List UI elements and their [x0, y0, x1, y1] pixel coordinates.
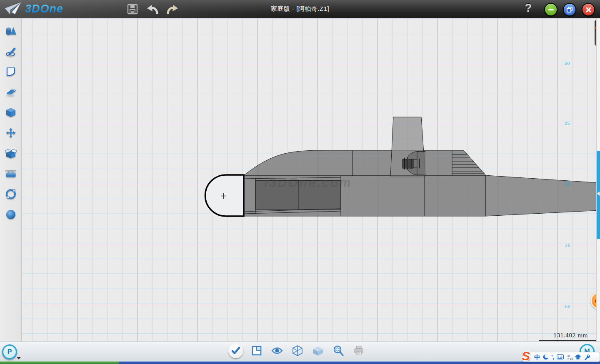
- restore-button[interactable]: [563, 3, 576, 16]
- sidebar-item-measure[interactable]: [4, 168, 18, 180]
- eraser-icon: [5, 87, 17, 97]
- model-view[interactable]: i3DOne.com: [22, 18, 596, 342]
- visibility-button[interactable]: [270, 344, 284, 358]
- sidebar-item-combine[interactable]: [4, 147, 18, 159]
- open-box-icon: [5, 148, 17, 159]
- model-tailboom[interactable]: [485, 175, 596, 216]
- tool-sidebar: [0, 18, 22, 342]
- grid-label-n50: -50: [563, 304, 570, 309]
- ime-user-badge: 14: [569, 357, 573, 360]
- grid-label-25: 25: [565, 121, 570, 126]
- print-button[interactable]: [352, 344, 366, 358]
- ime-settings-icon[interactable]: [584, 354, 590, 360]
- wireframe-cube-icon: [292, 345, 303, 357]
- check-icon: [231, 347, 240, 355]
- view-layout-button[interactable]: [250, 344, 264, 358]
- taskbar-green-segment: [0, 362, 119, 364]
- cube-icon: [5, 107, 16, 118]
- layout-icon: [251, 345, 262, 356]
- ime-keyboard-icon[interactable]: [557, 354, 564, 359]
- sidebar-item-render-sphere[interactable]: [4, 209, 18, 220]
- move-arrows-icon: [5, 127, 16, 138]
- sphere-icon: [5, 209, 16, 220]
- sketch-nose-profile[interactable]: [205, 175, 244, 216]
- sidebar-item-move[interactable]: [4, 127, 18, 139]
- bottom-toolbar: P: [0, 342, 600, 362]
- minimize-icon: [548, 9, 554, 10]
- toolbox-icon: [5, 169, 17, 179]
- confirm-button[interactable]: [228, 343, 243, 358]
- shaded-view-button[interactable]: [311, 344, 325, 358]
- minimize-button[interactable]: [544, 3, 558, 16]
- sidebar-item-sketch[interactable]: [4, 45, 18, 57]
- model-canopy[interactable]: [244, 150, 486, 176]
- surface-icon: [5, 66, 16, 77]
- close-icon: [586, 7, 591, 12]
- eye-icon: [271, 347, 283, 355]
- wireframe-view-button[interactable]: [290, 344, 305, 358]
- close-button[interactable]: [582, 3, 595, 16]
- scale-readout: 131.402 mm: [553, 332, 588, 339]
- model-exhaust: [402, 159, 413, 168]
- panel-expand-arrow-icon: [597, 192, 600, 196]
- ring-icon: [5, 189, 16, 199]
- p-label: P: [8, 348, 12, 356]
- help-button[interactable]: ?: [522, 2, 535, 17]
- grid-label-n25: -25: [563, 243, 570, 248]
- grid-label-50: 50: [565, 61, 570, 66]
- ime-toolbar: S 中 ’, 14: [522, 352, 600, 362]
- sogou-logo-icon[interactable]: S: [522, 349, 530, 363]
- property-p-button[interactable]: P: [2, 344, 17, 359]
- ime-chinese-mode[interactable]: 中: [534, 354, 540, 360]
- title-bar: 3DOne: [0, 0, 600, 19]
- zoom-button[interactable]: [331, 344, 345, 358]
- sidebar-item-basic-solids[interactable]: [4, 25, 18, 37]
- sidebar-item-eraser[interactable]: [4, 86, 18, 98]
- 3done-window: 3DOne: [0, 0, 600, 364]
- magnifier-icon: [332, 345, 344, 357]
- sketch-pencil-icon: [5, 46, 17, 57]
- sidebar-item-feature-cube[interactable]: [4, 107, 18, 118]
- ime-punctuation[interactable]: ’,: [551, 354, 554, 360]
- printer-icon: [353, 346, 364, 356]
- shaded-cube-icon: [312, 345, 324, 356]
- basic-solids-icon: [5, 25, 17, 36]
- sidebar-item-ring[interactable]: [4, 188, 18, 200]
- ime-skin-icon[interactable]: [575, 354, 581, 360]
- sidebar-item-sketch-surface[interactable]: [4, 66, 18, 77]
- ime-moon-icon[interactable]: [543, 354, 549, 360]
- restore-icon: [567, 7, 572, 12]
- os-taskbar-strip: [0, 362, 600, 364]
- scrollbar-thumb[interactable]: [597, 151, 600, 239]
- ime-user-icon[interactable]: 14: [566, 354, 572, 360]
- window-title: 家庭版 - [阿帕奇.Z1]: [0, 5, 600, 13]
- canvas-watermark: i3DOne.com: [264, 175, 352, 190]
- dropdown-caret-icon[interactable]: [17, 357, 21, 359]
- vertical-scrollbar[interactable]: [596, 18, 600, 342]
- scale-ruler-line: [539, 340, 600, 341]
